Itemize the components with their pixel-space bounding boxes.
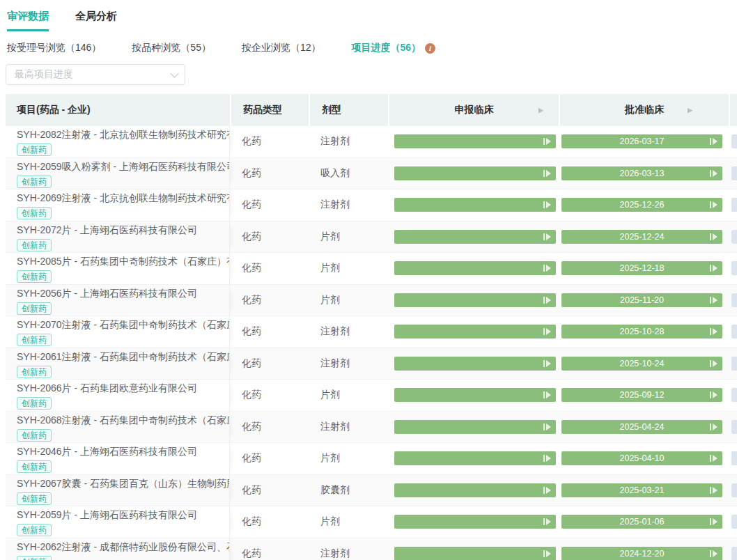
innovative-drug-badge: 创新药	[17, 366, 52, 378]
approved-clinical-cell: 2025-03-21	[559, 483, 729, 497]
next-stage-partial-bar[interactable]	[731, 198, 737, 212]
project-name-link[interactable]: SYH-2070注射液 - 石药集团中奇制药技术（石家庄	[17, 319, 229, 332]
project-name-link[interactable]: SYH-2062注射液 - 成都倍特药业股份有限公司、石	[17, 541, 229, 554]
approved-clinical-progress-bar[interactable]: 2026-03-13	[561, 166, 722, 180]
project-name-link[interactable]: SYH-2046片 - 上海翊石医药科技有限公司	[17, 446, 229, 458]
approved-clinical-progress-bar[interactable]: 2025-04-10	[561, 451, 722, 465]
reported-clinical-progress-bar[interactable]	[394, 198, 556, 212]
reported-clinical-cell	[388, 515, 559, 529]
approved-date: 2025-12-26	[620, 200, 665, 210]
reported-clinical-progress-bar[interactable]	[394, 451, 556, 465]
project-cell: SYH-2061注射液 - 石药集团中奇制药技术（石家庄 创新药	[6, 348, 230, 380]
reported-clinical-progress-bar[interactable]	[394, 325, 556, 339]
approved-clinical-progress-bar[interactable]: 2025-12-26	[561, 198, 722, 212]
next-stage-cell	[729, 293, 737, 307]
project-name-link[interactable]: SYH-2068注射液 - 石药集团中奇制药技术（石家庄	[17, 414, 229, 427]
step-forward-icon	[710, 487, 717, 494]
next-stage-partial-bar[interactable]	[731, 547, 737, 560]
next-stage-partial-bar[interactable]	[731, 357, 737, 371]
reported-clinical-progress-bar[interactable]	[394, 166, 556, 180]
project-name-link[interactable]: SYH-2085片 - 石药集团中奇制药技术（石家庄）有	[17, 256, 229, 268]
project-name-link[interactable]: SYH-2072片 - 上海翊石医药科技有限公司	[17, 224, 229, 237]
reported-clinical-progress-bar[interactable]	[394, 357, 556, 371]
project-name-link[interactable]: SYH-2056片 - 上海翊石医药科技有限公司	[17, 288, 229, 300]
approved-clinical-progress-bar[interactable]: 2025-10-24	[561, 357, 722, 371]
tab-review-data[interactable]: 审评数据	[7, 10, 49, 31]
drug-type-cell: 化药	[230, 262, 309, 274]
approved-clinical-progress-bar[interactable]: 2026-03-17	[561, 134, 722, 148]
reported-clinical-progress-bar[interactable]	[394, 547, 556, 560]
subtab-project-progress[interactable]: 项目进度（56） i	[352, 42, 436, 54]
next-stage-partial-bar[interactable]	[731, 166, 737, 180]
subtab-by-variety[interactable]: 按品种浏览（55）	[132, 42, 211, 54]
table-row: SYH-2069注射液 - 北京抗创联生物制药技术研究有 创新药 化药 注射剂 …	[6, 189, 737, 221]
approved-date: 2025-09-12	[620, 390, 665, 400]
reported-clinical-cell	[388, 198, 559, 212]
approved-date: 2025-03-21	[620, 485, 665, 495]
approved-clinical-progress-bar[interactable]: 2025-03-21	[561, 483, 722, 497]
approved-clinical-progress-bar[interactable]: 2025-12-24	[561, 230, 722, 244]
reported-clinical-progress-bar[interactable]	[394, 420, 556, 434]
approved-clinical-progress-bar[interactable]: 2025-01-06	[561, 515, 722, 529]
reported-clinical-progress-bar[interactable]	[394, 261, 556, 275]
reported-clinical-progress-bar[interactable]	[394, 388, 556, 402]
table-row: SYH-2062注射液 - 成都倍特药业股份有限公司、石 创新药 化药 注射剂 …	[6, 538, 737, 560]
approved-clinical-progress-bar[interactable]: 2025-11-20	[561, 293, 722, 307]
main-tabbar: 审评数据 全局分析	[0, 0, 737, 31]
next-stage-partial-bar[interactable]	[731, 451, 737, 465]
next-stage-partial-bar[interactable]	[731, 261, 737, 275]
project-name-link[interactable]: SYH-2069注射液 - 北京抗创联生物制药技术研究有	[17, 192, 229, 205]
drug-type-cell: 化药	[230, 515, 309, 528]
subtab-by-acceptance-number[interactable]: 按受理号浏览（146）	[7, 42, 101, 54]
project-name-link[interactable]: SYH-2067胶囊 - 石药集团百克（山东）生物制药股	[17, 478, 229, 490]
next-stage-cell	[729, 515, 737, 529]
next-stage-partial-bar[interactable]	[731, 388, 737, 402]
reported-clinical-progress-bar[interactable]	[394, 293, 556, 307]
approved-clinical-cell: 2025-09-12	[559, 388, 729, 402]
col-header-approved-clinical: 批准临床 ▶	[559, 94, 729, 126]
project-name-link[interactable]: SYH-2066片 - 石药集团欧意药业有限公司	[17, 382, 229, 395]
project-cell: SYH-2056片 - 上海翊石医药科技有限公司 创新药	[6, 285, 230, 316]
table-header: 项目(药品 - 企业) 药品类型 剂型 申报临床 ▶ 批准临床 ▶	[6, 94, 737, 126]
next-stage-partial-bar[interactable]	[731, 483, 737, 497]
next-stage-partial-bar[interactable]	[731, 230, 737, 244]
innovative-drug-badge: 创新药	[17, 302, 52, 315]
project-name-link[interactable]: SYH-2059吸入粉雾剂 - 上海翊石医药科技有限公司	[17, 161, 229, 173]
reported-clinical-progress-bar[interactable]	[394, 230, 556, 244]
next-stage-partial-bar[interactable]	[731, 134, 737, 148]
project-name-link[interactable]: SYH-2059片 - 上海翊石医药科技有限公司	[17, 509, 229, 522]
info-icon[interactable]: i	[425, 43, 435, 54]
drug-type-cell: 化药	[230, 325, 309, 338]
expand-right-icon[interactable]: ▶	[538, 107, 543, 114]
reported-clinical-progress-bar[interactable]	[394, 134, 556, 148]
approved-clinical-progress-bar[interactable]: 2025-10-28	[561, 325, 722, 339]
next-stage-partial-bar[interactable]	[731, 515, 737, 529]
tab-global-analysis[interactable]: 全局分析	[75, 10, 117, 31]
step-forward-icon	[543, 265, 551, 272]
step-forward-icon	[543, 297, 551, 304]
max-progress-select[interactable]: 最高项目进度	[6, 64, 185, 85]
next-stage-partial-bar[interactable]	[731, 420, 737, 434]
reported-clinical-cell	[388, 388, 559, 402]
approved-clinical-cell: 2025-10-28	[559, 325, 729, 339]
project-cell: SYH-2070注射液 - 石药集团中奇制药技术（石家庄 创新药	[6, 316, 230, 348]
table-row: SYH-2059吸入粉雾剂 - 上海翊石医药科技有限公司 创新药 化药 吸入剂 …	[6, 158, 737, 190]
table-row: SYH-2067胶囊 - 石药集团百克（山东）生物制药股 创新药 化药 胶囊剂 …	[6, 475, 737, 507]
step-forward-icon	[543, 455, 551, 462]
reported-clinical-progress-bar[interactable]	[394, 483, 556, 497]
reported-clinical-progress-bar[interactable]	[394, 515, 556, 529]
approved-clinical-progress-bar[interactable]: 2024-12-20	[561, 547, 722, 560]
subtab-by-enterprise[interactable]: 按企业浏览（12）	[242, 42, 321, 54]
next-stage-partial-bar[interactable]	[731, 293, 737, 307]
project-name-link[interactable]: SYH-2082注射液 - 北京抗创联生物制药技术研究有	[17, 129, 229, 141]
approved-clinical-progress-bar[interactable]: 2025-09-12	[561, 388, 722, 402]
approved-clinical-progress-bar[interactable]: 2025-12-18	[561, 261, 722, 275]
project-name-link[interactable]: SYH-2061注射液 - 石药集团中奇制药技术（石家庄	[17, 351, 229, 364]
next-stage-cell	[729, 483, 737, 497]
next-stage-cell	[729, 420, 737, 434]
drug-type-cell: 化药	[230, 167, 309, 180]
col-header-reported-clinical-label: 申报临床	[455, 104, 494, 116]
next-stage-partial-bar[interactable]	[731, 325, 737, 339]
approved-clinical-progress-bar[interactable]: 2025-04-24	[561, 420, 722, 434]
expand-right-icon[interactable]: ▶	[688, 107, 692, 114]
